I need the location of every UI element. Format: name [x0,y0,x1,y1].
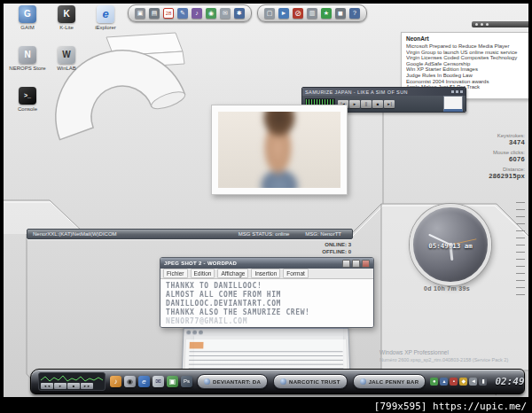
dock-task-pill[interactable]: DEVIANTART: DA [197,374,268,389]
credits-line: NENOR77@GMAIL.COM [166,317,368,326]
launcher-icon[interactable]: 28 [163,8,174,19]
wordpad-title-text: JPEG SHOT 2 - WORDPAD [164,261,237,266]
wordpad-titlebar[interactable]: JPEG SHOT 2 - WORDPAD [160,258,373,269]
dock-player-button[interactable]: ■ [67,383,80,389]
stat-value: 2862915px [452,173,525,180]
wordpad-window-buttons [342,260,370,268]
player-button[interactable]: ■ [372,100,383,108]
launcher-icon[interactable]: ✱ [234,8,245,19]
launcher-icon[interactable]: ? [349,8,360,19]
statusbar-identity: NenorXXL:(KAT)NetMail(W)DICOM [33,231,117,237]
close-button[interactable] [362,260,370,268]
news-headline[interactable]: Virgin Group to launch US online music s… [406,50,528,56]
dock-icon[interactable]: ▣ [167,376,178,387]
tray-icon[interactable]: ▪ [450,378,458,386]
pill-dot-icon [280,378,286,385]
dock-icon-cluster: ♪◉e✉▣Ps [110,376,192,387]
stat-row: Distance: 2862915px [452,167,525,180]
desktop-icon[interactable]: G GAIM [9,5,46,31]
tray-icon[interactable]: ● [430,378,438,386]
desktop-icon-label: K-Lite [48,25,85,31]
launcher-icon[interactable]: ▤ [149,8,160,19]
launcher-icon[interactable]: ▣ [135,8,145,19]
system-tray: ●▴▪◆◄▮ [430,378,487,386]
launcher-icon[interactable]: ▢ [264,8,275,19]
news-headline[interactable]: Virgin Licenses Coded Composites Technol… [406,55,528,61]
tray-icon[interactable]: ▴ [440,378,448,386]
stat-value: 6076 [452,156,525,163]
news-headline[interactable]: Win XP Starter Edition Images [406,66,528,73]
desktop-icon-glyph: N [19,46,36,64]
menu-item[interactable]: Edition [191,269,215,278]
desktop-icon[interactable]: >_ Console [9,87,46,113]
desktop-icon-grid: G GAIM K K-Lite e iExplorer N NEROPS Sto… [7,5,140,129]
online-count: ONLINE: 3 [270,241,351,248]
tray-icon[interactable]: ◆ [459,378,467,386]
wordpad-menubar: FichierEditionAffichageInsertionFormat [160,269,373,279]
desktop-icon[interactable]: W WinLAB [48,46,85,72]
desktop-screenshot: G GAIM K K-Lite e iExplorer N NEROPS Sto… [0,0,532,413]
player-mini-playlist[interactable] [443,96,463,112]
pill-dot-icon [360,378,366,385]
launcher-icon[interactable]: ▥ [307,8,317,19]
launcher-icon[interactable]: ► [278,8,289,19]
player-button[interactable]: || [361,100,372,108]
player-button[interactable]: ► [349,100,360,108]
player-window-buttons[interactable] [451,90,463,93]
dock-icon[interactable]: e [138,376,150,387]
dock-task-pill[interactable]: NARCOTIC TRUST [273,374,348,389]
tray-icon[interactable]: ▮ [479,378,487,386]
news-headline[interactable]: Microsoft Prepared to Reduce Media Playe… [406,43,528,50]
menu-item[interactable]: Format [283,269,309,278]
launcher-bar-right: ▢►⊘▥★◼? [257,4,367,22]
stat-row: Mouse clicks: 6076 [452,150,525,163]
dock-icon[interactable]: Ps [181,376,192,387]
player-titlebar[interactable]: SAMURIZE JAPAN - LIKE A SIM OF SUN [302,88,466,96]
tray-icon[interactable]: ◄ [469,378,477,386]
message-status-bar: NenorXXL:(KAT)NetMail(W)DICOM MSG STATUS… [27,229,353,239]
dock-task-pill[interactable]: JALC PENNY BAR [353,374,426,389]
launcher-bar-left: ▣▤28✎♪◉✉✱ [128,4,252,22]
launcher-icon[interactable]: ♪ [192,8,202,19]
menu-item[interactable]: Affichage [217,269,248,278]
dock-icon[interactable]: ♪ [110,376,121,387]
desktop: G GAIM K K-Lite e iExplorer N NEROPS Sto… [4,4,528,397]
player-button[interactable]: ►| [384,100,395,108]
windows-version-line1: Windows XP Professionnel [379,349,527,356]
dock-task-pills: DEVIANTART: DA NARCOTIC TRUST JALC PENNY… [197,374,426,389]
dock-icon[interactable]: ✉ [153,376,164,387]
menu-item[interactable]: Insertion [251,269,280,278]
news-headline[interactable]: Judge Rules In Bootleg Law [406,73,528,79]
launcher-icon[interactable]: ◼ [335,8,346,19]
system-stats-widget: Keystrokes: 3474 Mouse clicks: 6076 Dist… [452,133,525,183]
pill-label: NARCOTIC TRUST [289,379,340,385]
maximize-button[interactable] [352,260,360,268]
desktop-icon[interactable]: N NEROPS Store [9,46,46,72]
launcher-icon[interactable]: ✉ [220,8,231,19]
news-headline[interactable]: Economist 2004 Innovation awards [406,79,528,85]
pill-label: DEVIANTART: DA [213,379,261,385]
news-headline[interactable]: Google AdSafe Censorship [406,61,528,67]
menu-item[interactable]: Fichier [163,269,188,278]
launcher-icon[interactable]: ★ [321,8,332,19]
offline-count: OFFLINE: 0 [270,248,351,255]
ruler-ticks [516,202,525,301]
stat-row: Keystrokes: 3474 [452,133,525,146]
dock-icon[interactable]: ◉ [124,376,136,387]
dock-player-button[interactable]: ►► [81,383,93,389]
launcher-icon[interactable]: ◉ [206,8,216,19]
launcher-icon[interactable]: ✎ [177,8,188,19]
dock-player-button[interactable]: ◄◄ [41,383,53,389]
desktop-icon[interactable]: e iExplorer [87,5,124,31]
dock-player-button[interactable]: ► [54,383,66,389]
dock-taskbar: ◄◄►■►► ♪◉e✉▣Ps DEVIANTART: DA NARCOTIC T… [30,369,525,394]
contacts-counts: ONLINE: 3 OFFLINE: 0 [270,241,351,255]
desktop-icon[interactable]: K K-Lite [48,5,85,31]
launcher-icon[interactable]: ⊘ [293,8,303,19]
desktop-icon-label: WinLAB [48,66,85,72]
wordpad-window: JPEG SHOT 2 - WORDPAD FichierEditionAffi… [160,257,374,328]
statusbar-msg-status: MSG STATUS: online [239,231,289,237]
mini-toolbar[interactable] [472,21,528,27]
minimize-button[interactable] [342,260,350,268]
windows-version-text: Windows XP Professionnel Numéro 2600.xps… [379,349,527,363]
